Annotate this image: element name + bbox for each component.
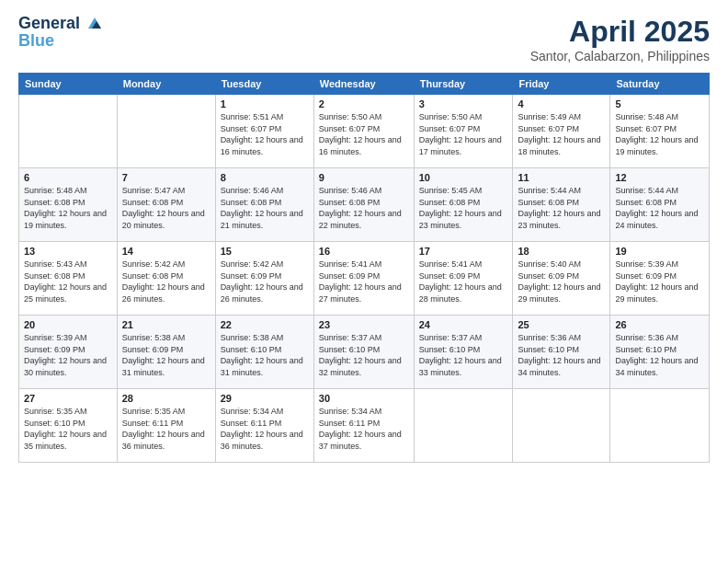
day-detail: Sunrise: 5:46 AMSunset: 6:08 PMDaylight:… bbox=[221, 185, 309, 231]
day-number: 29 bbox=[221, 393, 309, 404]
calendar-day-cell bbox=[414, 389, 513, 463]
calendar-week-row: 27Sunrise: 5:35 AMSunset: 6:10 PMDayligh… bbox=[19, 389, 710, 463]
calendar-day-cell: 24Sunrise: 5:37 AMSunset: 6:10 PMDayligh… bbox=[414, 316, 513, 389]
day-number: 10 bbox=[419, 172, 508, 183]
day-detail: Sunrise: 5:34 AMSunset: 6:11 PMDaylight:… bbox=[319, 406, 409, 452]
day-number: 26 bbox=[615, 319, 704, 330]
calendar-day-cell: 18Sunrise: 5:40 AMSunset: 6:09 PMDayligh… bbox=[513, 242, 610, 316]
day-detail: Sunrise: 5:36 AMSunset: 6:10 PMDaylight:… bbox=[615, 332, 704, 378]
day-number: 15 bbox=[221, 246, 309, 257]
day-detail: Sunrise: 5:41 AMSunset: 6:09 PMDaylight:… bbox=[419, 259, 508, 304]
col-thursday: Thursday bbox=[414, 74, 513, 95]
day-number: 30 bbox=[319, 393, 409, 404]
calendar-day-cell: 28Sunrise: 5:35 AMSunset: 6:11 PMDayligh… bbox=[117, 389, 215, 463]
day-detail: Sunrise: 5:35 AMSunset: 6:10 PMDaylight:… bbox=[24, 406, 112, 452]
day-detail: Sunrise: 5:49 AMSunset: 6:07 PMDaylight:… bbox=[518, 111, 605, 157]
calendar-day-cell: 23Sunrise: 5:37 AMSunset: 6:10 PMDayligh… bbox=[313, 316, 414, 389]
day-detail: Sunrise: 5:47 AMSunset: 6:08 PMDaylight:… bbox=[122, 185, 210, 231]
day-number: 22 bbox=[221, 319, 309, 330]
day-number: 3 bbox=[419, 98, 508, 109]
calendar-table: Sunday Monday Tuesday Wednesday Thursday… bbox=[18, 73, 710, 463]
title-section: April 2025 Santor, Calabarzon, Philippin… bbox=[530, 15, 710, 63]
header: General Blue April 2025 Santor, Calabarz… bbox=[18, 15, 710, 63]
day-number: 4 bbox=[518, 98, 605, 109]
day-number: 1 bbox=[221, 98, 309, 109]
day-detail: Sunrise: 5:40 AMSunset: 6:09 PMDaylight:… bbox=[518, 259, 605, 304]
page: General Blue April 2025 Santor, Calabarz… bbox=[0, 0, 728, 563]
day-detail: Sunrise: 5:39 AMSunset: 6:09 PMDaylight:… bbox=[24, 332, 112, 378]
day-number: 23 bbox=[319, 319, 409, 330]
calendar-day-cell: 19Sunrise: 5:39 AMSunset: 6:09 PMDayligh… bbox=[610, 242, 710, 316]
calendar-day-cell: 5Sunrise: 5:48 AMSunset: 6:07 PMDaylight… bbox=[610, 95, 710, 168]
day-detail: Sunrise: 5:45 AMSunset: 6:08 PMDaylight:… bbox=[419, 185, 508, 231]
col-friday: Friday bbox=[513, 74, 610, 95]
col-sunday: Sunday bbox=[19, 74, 118, 95]
calendar-day-cell: 12Sunrise: 5:44 AMSunset: 6:08 PMDayligh… bbox=[610, 168, 710, 242]
calendar-day-cell: 1Sunrise: 5:51 AMSunset: 6:07 PMDaylight… bbox=[215, 95, 313, 168]
logo-blue: Blue bbox=[18, 31, 103, 51]
calendar-day-cell bbox=[117, 95, 215, 168]
calendar-day-cell: 8Sunrise: 5:46 AMSunset: 6:08 PMDaylight… bbox=[215, 168, 313, 242]
calendar-day-cell: 3Sunrise: 5:50 AMSunset: 6:07 PMDaylight… bbox=[414, 95, 513, 168]
calendar-day-cell: 25Sunrise: 5:36 AMSunset: 6:10 PMDayligh… bbox=[513, 316, 610, 389]
day-number: 18 bbox=[518, 246, 605, 257]
calendar-day-cell: 6Sunrise: 5:48 AMSunset: 6:08 PMDaylight… bbox=[19, 168, 118, 242]
day-number: 19 bbox=[615, 246, 704, 257]
calendar-week-row: 1Sunrise: 5:51 AMSunset: 6:07 PMDaylight… bbox=[19, 95, 710, 168]
day-number: 7 bbox=[122, 172, 210, 183]
calendar-day-cell: 21Sunrise: 5:38 AMSunset: 6:09 PMDayligh… bbox=[117, 316, 215, 389]
calendar-week-row: 20Sunrise: 5:39 AMSunset: 6:09 PMDayligh… bbox=[19, 316, 710, 389]
calendar-day-cell: 13Sunrise: 5:43 AMSunset: 6:08 PMDayligh… bbox=[19, 242, 118, 316]
day-number: 2 bbox=[319, 98, 409, 109]
day-detail: Sunrise: 5:51 AMSunset: 6:07 PMDaylight:… bbox=[221, 111, 309, 157]
day-detail: Sunrise: 5:43 AMSunset: 6:08 PMDaylight:… bbox=[24, 259, 112, 304]
calendar-day-cell bbox=[610, 389, 710, 463]
calendar-day-cell: 4Sunrise: 5:49 AMSunset: 6:07 PMDaylight… bbox=[513, 95, 610, 168]
day-detail: Sunrise: 5:37 AMSunset: 6:10 PMDaylight:… bbox=[319, 332, 409, 378]
day-detail: Sunrise: 5:50 AMSunset: 6:07 PMDaylight:… bbox=[419, 111, 508, 157]
logo-icon bbox=[86, 16, 103, 32]
day-detail: Sunrise: 5:39 AMSunset: 6:09 PMDaylight:… bbox=[615, 259, 704, 304]
col-wednesday: Wednesday bbox=[313, 74, 414, 95]
location-subtitle: Santor, Calabarzon, Philippines bbox=[530, 49, 710, 63]
logo-text: General bbox=[18, 15, 103, 33]
day-number: 27 bbox=[24, 393, 112, 404]
day-detail: Sunrise: 5:36 AMSunset: 6:10 PMDaylight:… bbox=[518, 332, 605, 378]
logo: General Blue bbox=[18, 15, 103, 51]
day-detail: Sunrise: 5:50 AMSunset: 6:07 PMDaylight:… bbox=[319, 111, 409, 157]
day-detail: Sunrise: 5:44 AMSunset: 6:08 PMDaylight:… bbox=[518, 185, 605, 231]
calendar-day-cell: 22Sunrise: 5:38 AMSunset: 6:10 PMDayligh… bbox=[215, 316, 313, 389]
day-number: 8 bbox=[221, 172, 309, 183]
col-monday: Monday bbox=[117, 74, 215, 95]
day-detail: Sunrise: 5:48 AMSunset: 6:08 PMDaylight:… bbox=[24, 185, 112, 231]
day-number: 13 bbox=[24, 246, 112, 257]
day-detail: Sunrise: 5:37 AMSunset: 6:10 PMDaylight:… bbox=[419, 332, 508, 378]
calendar-header-row: Sunday Monday Tuesday Wednesday Thursday… bbox=[19, 74, 710, 95]
day-number: 6 bbox=[24, 172, 112, 183]
day-detail: Sunrise: 5:46 AMSunset: 6:08 PMDaylight:… bbox=[319, 185, 409, 231]
day-number: 11 bbox=[518, 172, 605, 183]
calendar-day-cell: 14Sunrise: 5:42 AMSunset: 6:08 PMDayligh… bbox=[117, 242, 215, 316]
calendar-day-cell bbox=[513, 389, 610, 463]
calendar-day-cell: 7Sunrise: 5:47 AMSunset: 6:08 PMDaylight… bbox=[117, 168, 215, 242]
calendar-day-cell: 26Sunrise: 5:36 AMSunset: 6:10 PMDayligh… bbox=[610, 316, 710, 389]
day-number: 16 bbox=[319, 246, 409, 257]
day-number: 20 bbox=[24, 319, 112, 330]
day-number: 14 bbox=[122, 246, 210, 257]
day-number: 28 bbox=[122, 393, 210, 404]
day-detail: Sunrise: 5:38 AMSunset: 6:10 PMDaylight:… bbox=[221, 332, 309, 378]
day-number: 9 bbox=[319, 172, 409, 183]
calendar-week-row: 6Sunrise: 5:48 AMSunset: 6:08 PMDaylight… bbox=[19, 168, 710, 242]
calendar-day-cell: 17Sunrise: 5:41 AMSunset: 6:09 PMDayligh… bbox=[414, 242, 513, 316]
calendar-day-cell bbox=[19, 95, 118, 168]
day-detail: Sunrise: 5:34 AMSunset: 6:11 PMDaylight:… bbox=[221, 406, 309, 452]
day-number: 5 bbox=[615, 98, 704, 109]
day-number: 17 bbox=[419, 246, 508, 257]
calendar-week-row: 13Sunrise: 5:43 AMSunset: 6:08 PMDayligh… bbox=[19, 242, 710, 316]
day-detail: Sunrise: 5:38 AMSunset: 6:09 PMDaylight:… bbox=[122, 332, 210, 378]
day-detail: Sunrise: 5:42 AMSunset: 6:09 PMDaylight:… bbox=[221, 259, 309, 304]
day-detail: Sunrise: 5:35 AMSunset: 6:11 PMDaylight:… bbox=[122, 406, 210, 452]
month-title: April 2025 bbox=[530, 15, 710, 49]
calendar-day-cell: 16Sunrise: 5:41 AMSunset: 6:09 PMDayligh… bbox=[313, 242, 414, 316]
calendar-day-cell: 11Sunrise: 5:44 AMSunset: 6:08 PMDayligh… bbox=[513, 168, 610, 242]
